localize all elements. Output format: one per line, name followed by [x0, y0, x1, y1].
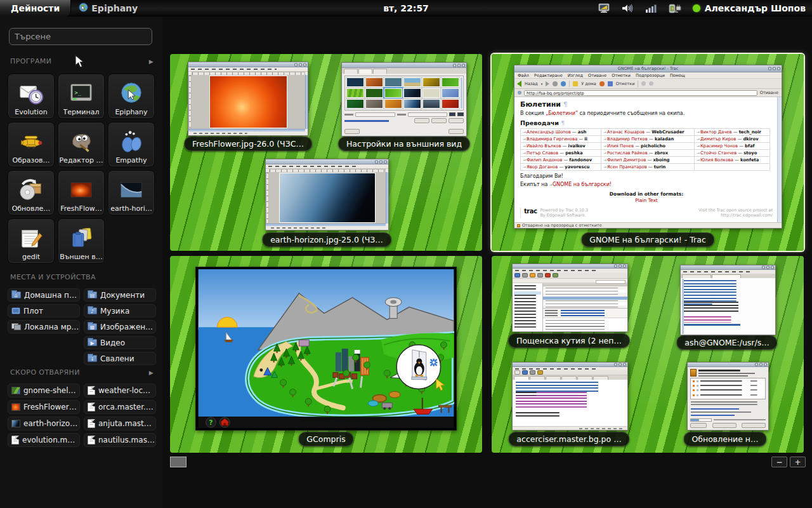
place-item-pictures[interactable]: Изображен…: [84, 320, 156, 333]
wallpaper-thumb: [365, 88, 383, 98]
recent-item[interactable]: nautilus.mas…: [84, 433, 156, 447]
app-tile-gedit[interactable]: gedit: [8, 218, 55, 264]
app-tile-earth-image[interactable]: earth-hori…: [108, 170, 155, 215]
expander-arrow-icon[interactable]: ▶: [149, 58, 154, 65]
app-tile-software-update[interactable]: Обновле…: [8, 170, 55, 215]
place-item-desktop[interactable]: Плот: [8, 304, 80, 318]
app-tile-terminal[interactable]: >_ Терминал: [58, 74, 105, 119]
epiphany-globe-icon: [79, 3, 88, 14]
reload-icon: [561, 81, 566, 86]
activities-button[interactable]: Дейности: [0, 0, 71, 17]
document-icon: [88, 386, 95, 395]
app-tile-appearance[interactable]: Външен в…: [58, 218, 105, 264]
app-tile-freshflower-image[interactable]: FreshFlow…: [58, 170, 105, 215]
top-bar: Дейности Epiphany вт, 22:57 Александър Ш…: [0, 0, 812, 17]
window-gcompris[interactable]: ?: [195, 267, 457, 431]
home-icon: [573, 81, 578, 86]
remove-workspace-button[interactable]: −: [771, 457, 787, 467]
clock[interactable]: вт, 22:57: [383, 0, 429, 17]
recent-item[interactable]: anjuta.mast…: [84, 417, 156, 431]
window-update-manager[interactable]: [687, 362, 769, 431]
focused-app-menu[interactable]: Epiphany: [79, 0, 138, 17]
translator-cell: [695, 164, 770, 171]
recent-item[interactable]: weather-loc…: [84, 384, 156, 398]
wallpaper-thumb: [442, 77, 459, 87]
bulletins-link: „Бюлетини“: [546, 110, 578, 116]
window-appearance-preferences[interactable]: [341, 62, 467, 137]
workspace-2-active[interactable]: GNOME на български! - Trac Файл Редактир…: [492, 54, 804, 251]
menu-item: Файл: [518, 73, 529, 78]
place-item-home[interactable]: Домашна п…: [8, 288, 80, 302]
user-status-dot: [693, 4, 700, 12]
place-item-videos[interactable]: Видео: [84, 336, 156, 349]
display-icon[interactable]: [598, 3, 610, 13]
screenshot-thumb-icon: [11, 387, 20, 394]
user-menu[interactable]: Александър Шопов: [693, 3, 806, 13]
desktop-icon: [11, 307, 20, 314]
recent-label: nautilus.mas…: [98, 436, 155, 444]
place-item-downloads[interactable]: Свалени: [84, 352, 156, 365]
recent-item[interactable]: orca.master.…: [84, 400, 156, 414]
back-label: Назад: [525, 81, 538, 86]
updates-icon: [690, 369, 697, 377]
app-tile-gimp[interactable]: Редактор …: [58, 122, 105, 167]
app-tile-epiphany[interactable]: Epiphany: [108, 74, 155, 119]
programs-title: ПРОГРАМИ: [10, 57, 51, 65]
site-icon: [518, 91, 521, 95]
documents-folder-icon: [88, 291, 97, 298]
place-item-documents[interactable]: Документи: [84, 288, 156, 302]
document-icon: [88, 436, 95, 444]
wallpaper-thumb: [384, 99, 402, 109]
recent-label: gnome-shel…: [23, 386, 76, 395]
app-label: FreshFlow…: [60, 204, 102, 213]
home-folder-icon: [11, 291, 21, 298]
app-label: Epiphany: [115, 108, 147, 116]
image-freshflower-icon: [68, 177, 95, 203]
recent-section-header[interactable]: СКОРО ОТВАРЯНИ ▶: [10, 368, 154, 377]
bookmarks-label: Отметки: [616, 81, 635, 86]
address-field: http://fsa-bg.org/project/gtp: [524, 90, 757, 96]
translator-cell: →Филип Андонов — fandonov: [521, 157, 601, 164]
translator-cell: →Ивайло Вълков — ivalkov: [521, 143, 601, 150]
window-terminal[interactable]: [680, 265, 776, 335]
network-signal-icon[interactable]: [645, 3, 657, 13]
place-item-music[interactable]: Музика: [84, 304, 156, 318]
workspace-3[interactable]: ? GCompris: [170, 256, 482, 453]
app-tile-empathy[interactable]: Empathy: [108, 122, 155, 167]
recent-item[interactable]: gnome-shel…: [8, 384, 80, 398]
expander-arrow-icon[interactable]: ▶: [149, 370, 154, 376]
epiphany-icon: [118, 80, 145, 107]
app-label: Външен в…: [60, 253, 103, 261]
place-label: Видео: [100, 338, 125, 347]
place-item-network[interactable]: Локална мр…: [8, 320, 80, 333]
window-freshflower-gimp[interactable]: [188, 62, 308, 136]
user-name: Александър Шопов: [705, 3, 806, 13]
recent-title: СКОРО ОТВАРЯНИ: [10, 368, 80, 377]
window-gedit-po-file[interactable]: [512, 362, 628, 431]
workspace-4[interactable]: Пощенска кутия (2 неп… ash@GNOME:/usr/s……: [492, 256, 804, 453]
app-tile-gcompris[interactable]: Образов…: [8, 122, 55, 167]
app-label: Терминал: [63, 108, 100, 116]
workspace-1[interactable]: FreshFlower.jpg-26.0 (ЧЗС… Настройки на …: [170, 54, 482, 251]
workspace-indicator[interactable]: [170, 457, 187, 467]
recent-item[interactable]: FreshFlower…: [8, 400, 80, 414]
window-label: Настройки на външния вид: [338, 137, 470, 151]
recent-item[interactable]: earth-horizo…: [8, 417, 80, 431]
wallpaper-thumb: [384, 88, 402, 98]
menu-item: Подпрозорци: [636, 73, 665, 78]
battery-icon[interactable]: [668, 3, 682, 13]
wallpaper-thumb: [422, 99, 440, 109]
volume-icon[interactable]: [621, 3, 634, 13]
app-label: Редактор …: [59, 156, 103, 164]
window-evolution-mail[interactable]: [512, 264, 628, 332]
search-input[interactable]: [9, 28, 152, 45]
app-tile-evolution[interactable]: Evolution: [8, 74, 55, 119]
window-label: GNOME на български! - Trac: [581, 232, 714, 247]
appearance-icon: [68, 225, 95, 251]
window-earth-horizon-gimp[interactable]: [265, 159, 389, 231]
url-bar: http://fsa-bg.org/project/gtp Отиване: [514, 89, 782, 97]
window-epiphany-trac[interactable]: GNOME на български! - Trac Файл Редактир…: [514, 65, 782, 229]
recent-item[interactable]: evolution.m…: [8, 433, 80, 447]
colors-dropdown: [408, 112, 448, 117]
add-workspace-button[interactable]: +: [790, 457, 806, 467]
